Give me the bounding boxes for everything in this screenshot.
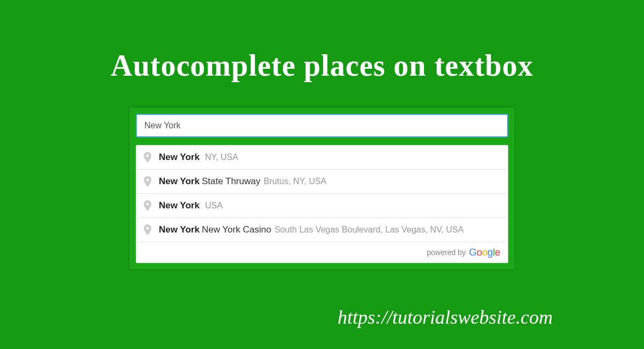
suggestion-item[interactable]: New York NY, USA — [136, 146, 508, 170]
map-pin-icon — [144, 200, 151, 211]
secondary-text: South Las Vegas Boulevard, Las Vegas, NV… — [274, 225, 464, 235]
google-logo: Google — [469, 246, 500, 258]
suggestion-item[interactable]: New York State Thruway Brutus, NY, USA — [136, 170, 508, 194]
map-pin-icon — [144, 176, 151, 187]
map-pin-icon — [144, 224, 151, 235]
secondary-text: Brutus, NY, USA — [264, 177, 326, 186]
match-text: New York — [159, 152, 200, 163]
suggestion-item[interactable]: New York New York Casino South Las Vegas… — [136, 218, 508, 242]
suggestions-dropdown: New York NY, USA New York State Thruway … — [136, 145, 508, 263]
secondary-text: USA — [205, 201, 223, 210]
suggestion-item[interactable]: New York USA — [136, 194, 508, 218]
footer-url: https://tutorialswebsite.com — [338, 306, 553, 329]
match-text: New York — [159, 200, 200, 211]
secondary-text: NY, USA — [205, 152, 238, 162]
powered-by-row: powered by Google — [136, 242, 508, 263]
match-text: New York — [159, 176, 200, 187]
rest-text: New York Casino — [202, 224, 271, 235]
match-text: New York — [159, 224, 200, 235]
autocomplete-widget: New York NY, USA New York State Thruway … — [129, 107, 515, 270]
page-title: Autocomplete places on textbox — [0, 0, 644, 83]
powered-by-label: powered by — [427, 248, 465, 257]
places-search-input[interactable] — [136, 114, 508, 137]
rest-text: State Thruway — [202, 176, 260, 187]
map-pin-icon — [144, 152, 151, 163]
